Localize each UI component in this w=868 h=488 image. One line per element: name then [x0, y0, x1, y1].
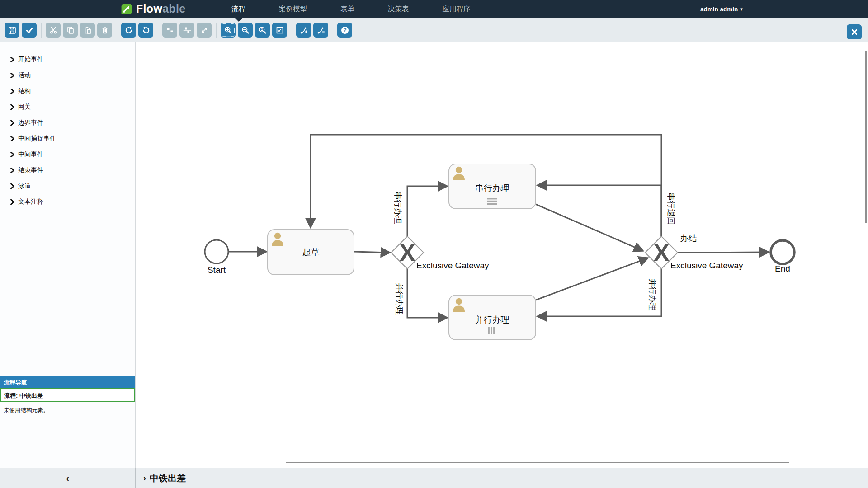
start-event-node[interactable] — [205, 240, 228, 263]
palette-group-label: 泳道 — [18, 182, 31, 190]
palette-group-structural[interactable]: 结构 — [0, 83, 135, 99]
navigator-title: 流程导航 — [0, 376, 135, 388]
navigator-process-row[interactable]: 流程: 中铁出差 — [0, 388, 135, 402]
save-icon — [8, 26, 17, 35]
validate-button[interactable] — [22, 23, 37, 38]
palette-group-activities[interactable]: 活动 — [0, 67, 135, 83]
zoom-fit-button[interactable] — [272, 23, 287, 38]
zoom-fit-icon — [275, 26, 284, 35]
toolbar-separator — [216, 23, 217, 38]
flow-gateway2-to-end[interactable] — [678, 252, 769, 253]
help-icon: ? — [340, 26, 349, 35]
chevron-right-icon — [10, 183, 14, 189]
trash-icon — [100, 26, 109, 35]
toolbar-separator — [292, 23, 292, 38]
edge-label-serial: 串行办理 — [392, 192, 403, 224]
collapse-sidebar-button[interactable]: ‹ — [0, 468, 136, 488]
delete-button[interactable] — [97, 23, 112, 38]
redo-button[interactable] — [121, 23, 136, 38]
flowable-logo[interactable]: Flowable — [120, 2, 185, 15]
tab-forms[interactable]: 表单 — [340, 5, 354, 14]
align-vertical-button[interactable] — [162, 23, 177, 38]
palette-group-label: 开始事件 — [18, 56, 43, 64]
palette-group-swimlanes[interactable]: 泳道 — [0, 178, 135, 194]
palette-group-label: 结构 — [18, 87, 31, 95]
help-button[interactable]: ? — [337, 23, 352, 38]
edge-label-serial-return: 串行退回 — [665, 192, 676, 225]
flow-gateway1-to-serial[interactable] — [407, 186, 447, 236]
align-vertical-icon — [165, 26, 175, 35]
save-button[interactable] — [5, 23, 19, 38]
palette-group-label: 文本注释 — [18, 198, 43, 206]
palette-group-intermediate-catching-events[interactable]: 中间捕捉事件 — [0, 131, 135, 146]
palette-group-label: 中间捕捉事件 — [18, 135, 56, 143]
flow-serial-to-gateway2[interactable] — [536, 204, 643, 251]
chevron-right-icon — [10, 104, 14, 110]
zoom-in-button[interactable] — [221, 23, 236, 38]
tab-case-models[interactable]: 案例模型 — [279, 5, 307, 14]
editor-toolbar: 1 ? — [0, 18, 868, 42]
close-editor-button[interactable] — [847, 24, 862, 39]
zoom-actual-icon: 1 — [258, 26, 267, 35]
main-tabs: 流程 案例模型 表单 决策表 应用程序 — [231, 0, 471, 18]
flow-gateway2-to-serial-return[interactable] — [538, 185, 661, 236]
paste-button[interactable] — [80, 23, 95, 38]
edge-label-parallel: 并行办理 — [394, 283, 405, 315]
chevron-down-icon: ▾ — [740, 6, 743, 12]
task-draft-label: 起草 — [268, 247, 354, 258]
palette-group-text-annotation[interactable]: 文本注释 — [0, 194, 135, 210]
zoom-actual-button[interactable]: 1 — [255, 23, 270, 38]
flow-parallel-to-gateway2[interactable] — [536, 258, 648, 300]
copy-icon — [66, 26, 75, 35]
top-navbar: Flowable 流程 案例模型 表单 决策表 应用程序 admin admin… — [0, 0, 868, 18]
vertical-scrollbar[interactable] — [865, 51, 867, 223]
tab-apps[interactable]: 应用程序 — [443, 5, 471, 14]
palette-group-label: 结束事件 — [18, 166, 43, 174]
brand-text: Flowable — [136, 2, 185, 15]
toolbar-separator — [158, 23, 158, 38]
horizontal-scrollbar[interactable] — [286, 462, 789, 463]
remove-bendpoint-icon — [316, 26, 326, 35]
gateway2-x-symbol: X — [654, 239, 670, 266]
align-horizontal-button[interactable] — [179, 23, 194, 38]
palette-group-boundary-events[interactable]: 边界事件 — [0, 115, 135, 131]
tab-process[interactable]: 流程 — [231, 5, 245, 14]
undo-button[interactable] — [138, 23, 153, 38]
chevron-right-icon — [10, 57, 14, 62]
align-horizontal-icon — [183, 26, 192, 35]
add-bendpoint-icon — [299, 26, 308, 35]
svg-text:1: 1 — [260, 27, 263, 32]
end-event-node[interactable] — [771, 240, 794, 264]
palette-group-gateways[interactable]: 网关 — [0, 99, 135, 115]
same-size-button[interactable] — [197, 23, 212, 38]
bpmn-diagram: X X — [136, 42, 868, 468]
palette-group-end-events[interactable]: 结束事件 — [0, 162, 135, 178]
palette-group-start-events[interactable]: 开始事件 — [0, 52, 135, 67]
chevron-right-icon — [10, 152, 14, 157]
palette-group-intermediate-events[interactable]: 中间事件 — [0, 146, 135, 162]
edge-label-finish: 办结 — [680, 233, 697, 244]
palette-group-label: 活动 — [18, 71, 31, 80]
tab-decision-tables[interactable]: 决策表 — [388, 5, 409, 14]
flowable-logo-icon — [120, 3, 133, 15]
copy-button[interactable] — [63, 23, 78, 38]
chevron-right-icon — [10, 136, 14, 141]
user-menu-label: admin admin — [700, 6, 738, 13]
add-bendpoint-button[interactable] — [296, 23, 311, 38]
gateway1-label: Exclusive Gateway — [416, 261, 489, 271]
undo-icon — [142, 26, 151, 35]
breadcrumb-process-name[interactable]: 中铁出差 — [150, 472, 186, 484]
user-menu[interactable]: admin admin ▾ — [700, 0, 743, 18]
flow-draft-to-gateway1[interactable] — [354, 252, 390, 253]
start-event-label: Start — [194, 265, 239, 275]
footer-bar: ‹ › 中铁出差 — [0, 468, 868, 488]
zoom-out-button[interactable] — [238, 23, 253, 38]
remove-bendpoint-button[interactable] — [313, 23, 328, 38]
same-size-icon — [200, 26, 209, 35]
diagram-canvas[interactable]: X X — [136, 42, 868, 468]
cut-button[interactable] — [46, 23, 61, 38]
flow-gateway1-to-parallel[interactable] — [407, 269, 447, 318]
palette-group-label: 网关 — [18, 103, 31, 111]
chevron-right-icon — [10, 89, 14, 94]
paste-icon — [83, 26, 92, 35]
